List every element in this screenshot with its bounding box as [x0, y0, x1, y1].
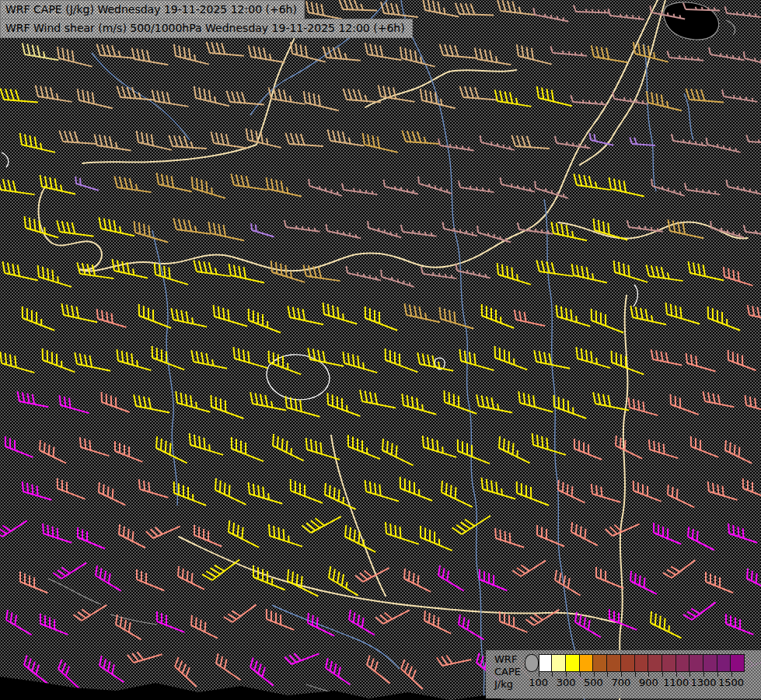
map-domain-edge-mask	[0, 677, 505, 700]
wind-barb	[404, 303, 440, 322]
legend-color-cell	[676, 654, 690, 672]
wind-barb	[634, 481, 662, 502]
wind-barb	[536, 260, 573, 276]
wind-barb	[616, 436, 642, 459]
wind-barb	[574, 439, 602, 460]
wind-barb	[452, 516, 490, 534]
wind-barb	[20, 572, 47, 593]
wind-barb	[480, 569, 507, 590]
wind-barb	[553, 395, 586, 418]
country-border-line	[257, 22, 302, 145]
river-line	[644, 44, 656, 191]
wind-barb	[576, 347, 610, 368]
gray-contour-line	[726, 20, 735, 35]
wind-barb	[0, 352, 34, 373]
wind-barb	[384, 180, 418, 194]
wind-barb	[495, 89, 532, 106]
wind-barb	[367, 656, 390, 684]
wind-barb	[114, 176, 151, 192]
wind-barb	[574, 5, 610, 13]
wind-barb	[444, 390, 476, 414]
wind-barb	[191, 350, 227, 369]
wind-barb	[423, 436, 456, 457]
wind-barb	[229, 264, 264, 282]
wind-barb	[532, 433, 566, 455]
wind-barb	[592, 484, 621, 502]
wind-barb	[267, 177, 302, 196]
wind-barb	[375, 610, 410, 624]
wind-barb	[459, 349, 494, 370]
wind-barb	[59, 131, 97, 144]
wind-barb	[285, 653, 319, 664]
wind-barb	[651, 611, 682, 638]
wind-barb	[593, 392, 629, 410]
wind-barb	[326, 224, 361, 238]
wind-barb	[525, 610, 559, 625]
wind-barb	[571, 522, 598, 545]
wind-barb	[709, 47, 744, 60]
wind-barb	[325, 483, 356, 509]
wind-barb	[456, 3, 494, 16]
wind-barb	[99, 217, 134, 236]
wind-barb	[743, 478, 761, 499]
wind-barb	[440, 44, 477, 58]
wind-barb	[386, 522, 419, 544]
wind-barb	[132, 47, 169, 65]
wind-barb	[668, 485, 694, 507]
wind-barb	[23, 481, 52, 500]
wind-barb	[744, 225, 761, 236]
wind-barb	[214, 305, 248, 326]
wind-barb	[459, 86, 497, 100]
white-boundary-line	[634, 285, 637, 306]
wind-barb	[232, 437, 264, 461]
wind-barb	[273, 434, 304, 460]
wind-barb	[708, 306, 740, 331]
wind-barb	[746, 135, 761, 144]
wind-barb	[342, 183, 378, 194]
wind-barb	[647, 91, 682, 110]
wind-barb	[440, 307, 474, 328]
wind-barb	[459, 614, 484, 639]
wind-barb	[400, 47, 435, 66]
wind-barb	[417, 352, 453, 371]
wind-barb	[511, 135, 550, 149]
wind-barb	[285, 220, 320, 231]
wind-barb	[211, 131, 247, 148]
white-boundary-line	[2, 152, 9, 167]
wind-barb	[327, 393, 360, 416]
legend-color-scale	[525, 654, 745, 672]
wind-barb	[0, 520, 27, 537]
wind-barb	[386, 348, 418, 372]
legend-color-cell	[566, 654, 580, 672]
wind-barb	[115, 441, 142, 462]
wind-barb	[630, 571, 657, 594]
wind-barb	[423, 0, 459, 16]
wind-barb	[327, 129, 364, 145]
wind-barb	[304, 91, 339, 110]
legend-color-cell	[607, 654, 621, 672]
wind-barb	[97, 309, 127, 327]
wind-barb	[706, 572, 733, 593]
wind-barb	[495, 346, 528, 369]
wind-barb	[686, 353, 716, 371]
no-data-region	[664, 2, 719, 40]
wind-barb	[343, 352, 377, 373]
wind-barb	[476, 394, 512, 412]
wind-barb	[627, 220, 663, 231]
wind-barb	[139, 304, 171, 328]
wind-barb	[365, 43, 402, 60]
wind-barb	[475, 47, 511, 65]
wind-barb	[216, 653, 241, 680]
wind-barb	[291, 479, 323, 503]
wind-shear-title: WRF Wind shear (m/s) 500/1000hPa Wednesd…	[0, 19, 413, 38]
legend-color-cell	[635, 654, 649, 672]
legend-tick-label: 1500	[713, 677, 750, 688]
wind-barb	[253, 565, 285, 590]
wind-barb	[683, 602, 716, 620]
wind-barb	[137, 569, 164, 590]
wind-barb	[53, 563, 86, 579]
wind-barb	[43, 348, 75, 372]
legend-color-cell	[689, 654, 703, 672]
wind-barb	[250, 658, 274, 686]
wind-barb	[651, 179, 685, 196]
